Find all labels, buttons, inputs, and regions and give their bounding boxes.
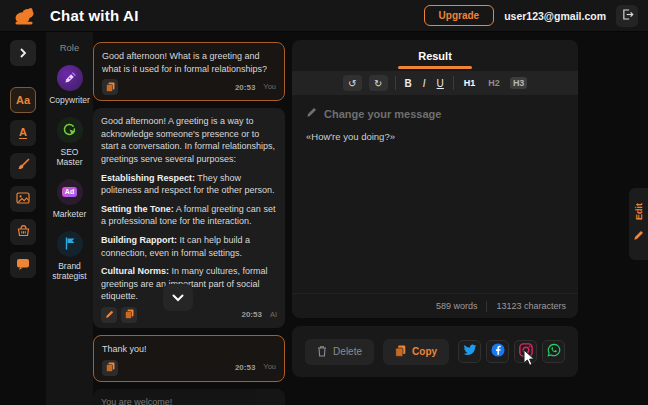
message-time: 20:53 [235,82,255,93]
copy-message-button[interactable] [121,307,137,323]
redo-button[interactable]: ↻ [369,75,388,91]
word-count: 589 words [436,301,478,311]
expand-sidebar-button[interactable] [10,40,36,66]
h1-button[interactable]: H1 [461,77,479,89]
role-label: SEO Master [47,147,93,168]
instagram-icon [519,343,533,360]
edit-tab[interactable]: Edit [629,188,648,260]
share-twitter-button[interactable] [458,340,481,363]
upgrade-button[interactable]: Upgrade [424,5,495,26]
toolbar-divider [453,76,454,90]
edit-message-button[interactable] [101,307,117,323]
tool-text-button[interactable]: Aa [10,87,36,113]
message-time: 20:53 [235,362,255,373]
edit-pencil-icon [633,227,644,245]
tool-font-button[interactable]: A [10,120,36,146]
edit-tab-label: Edit [634,203,644,220]
role-marketer[interactable]: Ad Marketer [47,179,93,220]
undo-button[interactable]: ↺ [343,75,362,91]
delete-button[interactable]: Delete [305,339,374,365]
role-brand-strategist[interactable]: Brand strategist [47,231,93,282]
copy-message-button[interactable] [102,79,118,95]
message-time: 20:53 [241,309,261,320]
result-text[interactable]: «How're you doing?» [306,131,564,142]
delete-label: Delete [333,346,362,357]
tool-basket-button[interactable] [10,219,36,245]
chat-message-user: Good afternoon! What is a greeting and w… [93,42,285,101]
copy-icon [106,360,115,375]
message-point: Establishing Respect: They show politene… [101,172,277,197]
role-label: Marketer [47,209,93,220]
role-label: Brand strategist [47,261,93,282]
header-right: Upgrade user123@gmail.com [424,5,638,27]
copy-result-button[interactable]: Copy [383,339,449,365]
brush-tool-icon [17,158,30,174]
message-sender: You [263,362,276,373]
text-tool-icon: Aa [16,94,30,106]
share-instagram-button[interactable] [514,340,537,363]
italic-button[interactable]: I [421,77,428,90]
counts-bar: 589 words 13123 characters [292,293,578,318]
toolbar-divider [395,76,396,90]
message-sender: AI [270,310,277,321]
role-header: Role [60,42,80,53]
tool-brush-button[interactable] [10,153,36,179]
message-point: Setting the Tone: A formal greeting can … [101,203,277,228]
role-seo-master[interactable]: SEO Master [47,117,93,168]
app-root: Chat with AI Upgrade user123@gmail.com [0,0,648,405]
tab-active-indicator [398,66,472,69]
facebook-icon [491,343,505,360]
ad-badge: Ad [62,187,77,197]
h3-button[interactable]: H3 [510,77,528,89]
bold-button[interactable]: B [403,77,414,90]
underline-button[interactable]: U [435,77,446,90]
copy-message-button[interactable] [102,360,118,376]
result-actions: Delete Copy [292,326,578,377]
copy-label: Copy [412,346,437,357]
page-title: Chat with AI [50,7,139,24]
message-text: You are welcome! [101,396,277,405]
copy-icon [106,80,115,95]
tool-rail: Aa A [0,32,46,405]
chat-column: Good afternoon! What is a greeting and w… [93,32,285,405]
share-facebook-button[interactable] [486,340,509,363]
result-panel: Result ↺ ↻ B I U H1 H2 H3 Change your me… [292,40,578,318]
chat-tool-icon [16,258,30,273]
change-message-button[interactable]: Change your message [306,107,564,120]
whatsapp-icon [547,343,561,360]
image-tool-icon [16,192,30,207]
tool-image-button[interactable] [10,186,36,212]
char-count: 13123 characters [496,301,566,311]
basket-tool-icon [17,224,30,240]
seo-target-icon [57,117,83,143]
message-sender: You [263,82,276,93]
format-toolbar: ↺ ↻ B I U H1 H2 H3 [292,71,578,95]
chevron-down-icon [172,290,184,305]
tool-chat-button[interactable] [10,252,36,278]
message-point: Building Rapport: It can help build a co… [101,234,277,259]
role-copywriter[interactable]: Copywriter [47,65,93,106]
result-tab-label: Result [418,50,452,66]
message-text: Thank you! [102,343,276,356]
font-tool-icon: A [19,127,27,139]
chevron-right-icon [19,46,27,61]
undo-icon: ↺ [348,78,356,89]
role-sidebar: Role Copywriter SEO Master [46,32,93,405]
copy-icon [395,345,406,359]
twitter-icon [463,344,477,359]
share-buttons [458,340,565,363]
share-whatsapp-button[interactable] [542,340,565,363]
result-tab[interactable]: Result [292,40,578,66]
logout-icon [621,8,634,24]
edit-pencil-icon [105,307,114,322]
role-label: Copywriter [47,95,93,106]
logout-button[interactable] [616,5,638,27]
message-text: Good afternoon! What is a greeting and w… [102,50,276,75]
edit-pencil-icon [306,107,317,120]
h2-button[interactable]: H2 [485,77,503,89]
pen-icon [57,65,83,91]
scroll-to-bottom-button[interactable] [163,284,193,311]
result-body: Change your message «How're you doing?» [292,95,578,154]
flag-icon [57,231,83,257]
chat-message-ai: You are welcome! 20:53 AI [93,389,285,405]
